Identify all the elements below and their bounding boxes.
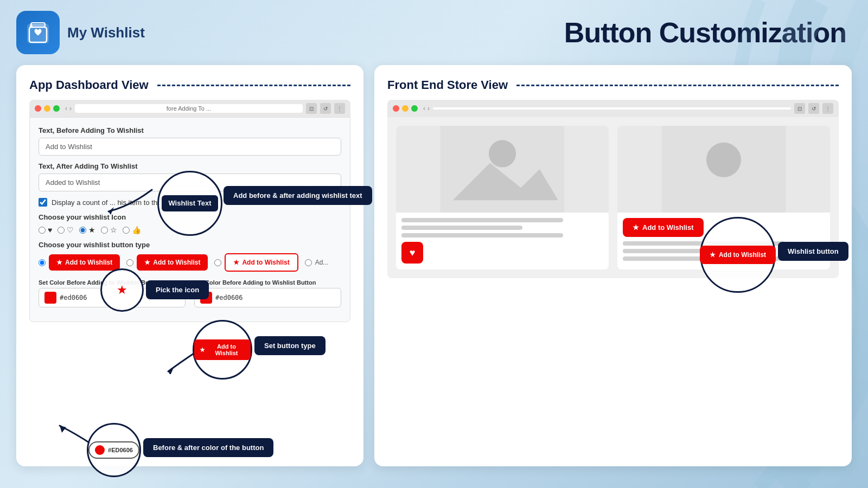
icon-radio-1[interactable] xyxy=(39,227,46,234)
main-content: App Dashboard View ‹ › fore Adding To ..… xyxy=(0,60,868,472)
star-icon: ★ xyxy=(56,259,62,266)
browser-menu-icon[interactable]: ⋮ xyxy=(334,103,345,114)
btn-type-3: ★ Add to Wishlist xyxy=(214,253,298,272)
icon-radio-5[interactable] xyxy=(123,227,130,234)
header: My Wishlist Button Customization xyxy=(0,0,868,60)
wishlist-btn-solid-2[interactable]: ★ Add to Wishlist xyxy=(137,254,208,271)
btn-type-radio-3[interactable] xyxy=(214,259,221,266)
product-image-1 xyxy=(396,126,609,213)
store-title-text: Front End Store View xyxy=(387,78,508,92)
store-dot-green[interactable] xyxy=(411,105,418,112)
wishlist-text-circle: Wishlist Text xyxy=(157,171,222,236)
dashboard-title: App Dashboard View xyxy=(29,78,350,92)
icon-option-4: ☆ xyxy=(101,226,117,234)
dot-green[interactable] xyxy=(53,105,60,112)
dashed-divider xyxy=(157,85,350,86)
store-forward-arrow[interactable]: › xyxy=(427,105,430,112)
product-details-1: ♥ xyxy=(396,213,609,269)
wishlist-btn-outline[interactable]: ★ Add to Wishlist xyxy=(225,253,298,272)
browser-bar: ‹ › fore Adding To ... ⊡ ↺ ⋮ xyxy=(29,100,350,117)
store-wishlist-tooltip-text: Wishlist button xyxy=(788,247,839,255)
store-dot-yellow[interactable] xyxy=(402,105,409,112)
logo-icon xyxy=(16,11,60,54)
set-button-tooltip: Set button type xyxy=(254,336,326,355)
icon-heart-outline: ♡ xyxy=(67,226,74,234)
set-button-annotation: ★ Add to Wishlist Set button type xyxy=(193,320,252,380)
btn-type-radio-1[interactable] xyxy=(39,259,46,266)
store-title: Front End Store View xyxy=(387,78,839,92)
store-wishlist-annotation: ★ Add to Wishlist Wishlist button xyxy=(700,217,776,293)
dot-yellow[interactable] xyxy=(44,105,50,112)
dot-red[interactable] xyxy=(35,105,41,112)
btn-type-radio-4[interactable] xyxy=(305,259,312,266)
back-arrow-icon[interactable]: ‹ xyxy=(65,105,67,112)
store-dashed-divider xyxy=(516,85,839,86)
product-image-2 xyxy=(617,126,830,213)
store-browser-bar: ‹ › ⊡ ↺ ⋮ xyxy=(387,100,839,117)
text-before-label: Text, Before Adding To Wishlist xyxy=(39,126,341,134)
color-after-input[interactable]: #ed0606 xyxy=(194,288,341,307)
pick-icon-circle: ★ xyxy=(100,268,144,312)
star-in-circle: ★ xyxy=(117,283,127,297)
store-browser-dots xyxy=(393,105,418,112)
browser-dots xyxy=(35,105,60,112)
btn-type-radio-2[interactable] xyxy=(126,259,133,266)
color-after-label: Set Color Before Adding to Wishlist Butt… xyxy=(194,279,341,286)
store-panel: Front End Store View ‹ › ⊡ ↺ ⋮ xyxy=(374,65,852,466)
color-tooltip-text: Before & after color of the button xyxy=(153,444,264,452)
store-menu-icon[interactable]: ⋮ xyxy=(822,103,833,114)
svg-marker-5 xyxy=(60,426,66,433)
store-back-arrow[interactable]: ‹ xyxy=(423,105,425,112)
set-button-preview: ★ Add to Wishlist xyxy=(194,339,251,360)
icon-radio-2[interactable] xyxy=(58,227,65,234)
browser-arrows: ‹ › xyxy=(65,105,72,112)
icon-radio-4[interactable] xyxy=(101,227,108,234)
wishlist-text-annotation: Wishlist Text Add before & after adding … xyxy=(157,171,222,236)
pick-icon-tooltip-text: Pick the icon xyxy=(156,286,199,294)
color-after-field: Set Color Before Adding to Wishlist Butt… xyxy=(194,279,341,307)
svg-point-10 xyxy=(706,143,741,177)
svg-point-7 xyxy=(489,140,516,167)
store-wishlist-btn[interactable]: ★ Add to Wishlist xyxy=(623,218,704,237)
pick-icon-annotation: ★ Pick the icon xyxy=(100,268,144,312)
wishlist-badge-label: Wishlist Text xyxy=(168,199,211,207)
browser-reload-icon[interactable]: ↺ xyxy=(320,103,331,114)
wishlist-text-tooltip: Add before & after adding wishlist text xyxy=(224,186,372,205)
button-type-label: Choose your wishlist button type xyxy=(39,241,341,249)
pick-icon-tooltip: Pick the icon xyxy=(146,280,209,299)
btn-label-3: Add to Wishlist xyxy=(242,259,289,266)
svg-marker-4 xyxy=(168,368,174,374)
store-reload-icon[interactable]: ↺ xyxy=(808,103,819,114)
icon-option-3: ★ xyxy=(79,226,95,234)
forward-arrow-icon[interactable]: › xyxy=(69,105,72,112)
store-wishlist-preview: ★ Add to Wishlist xyxy=(700,246,776,264)
browser-url: fore Adding To ... xyxy=(75,104,303,113)
browser-share-icon[interactable]: ⊡ xyxy=(306,103,317,114)
icon-star-outline: ☆ xyxy=(110,226,117,234)
icon-option-5: 👍 xyxy=(123,226,141,234)
wishlist-heart-button[interactable]: ♥ xyxy=(401,242,423,264)
icon-radio-3[interactable] xyxy=(79,227,86,234)
product-card-1: ♥ xyxy=(396,126,609,269)
color-pill: #ED0606 xyxy=(88,441,139,459)
color-pill-value: #ED0606 xyxy=(108,447,133,453)
display-count-checkbox[interactable] xyxy=(39,198,47,207)
color-before-swatch xyxy=(44,292,56,304)
store-browser-url xyxy=(433,107,791,110)
btn-label-1: Add to Wishlist xyxy=(65,259,112,266)
store-btn-label: Add to Wishlist xyxy=(642,223,694,232)
icon-option-2: ♡ xyxy=(58,226,74,234)
store-wishlist-tooltip: Wishlist button xyxy=(778,242,848,261)
store-share-icon[interactable]: ⊡ xyxy=(794,103,805,114)
dashboard-panel: App Dashboard View ‹ › fore Adding To ..… xyxy=(16,65,363,466)
product-line-1c xyxy=(401,233,563,237)
icon-star-solid: ★ xyxy=(88,226,95,234)
app-name: My Wishlist xyxy=(67,24,145,41)
store-dot-red[interactable] xyxy=(393,105,399,112)
dashboard-title-text: App Dashboard View xyxy=(29,78,149,92)
btn-label-4-text: Ad... xyxy=(315,259,329,266)
page-title: Button Customization xyxy=(564,16,846,49)
store-browser-actions: ⊡ ↺ ⋮ xyxy=(794,103,833,114)
text-before-input[interactable] xyxy=(39,138,341,156)
set-button-circle: ★ Add to Wishlist xyxy=(193,320,252,380)
